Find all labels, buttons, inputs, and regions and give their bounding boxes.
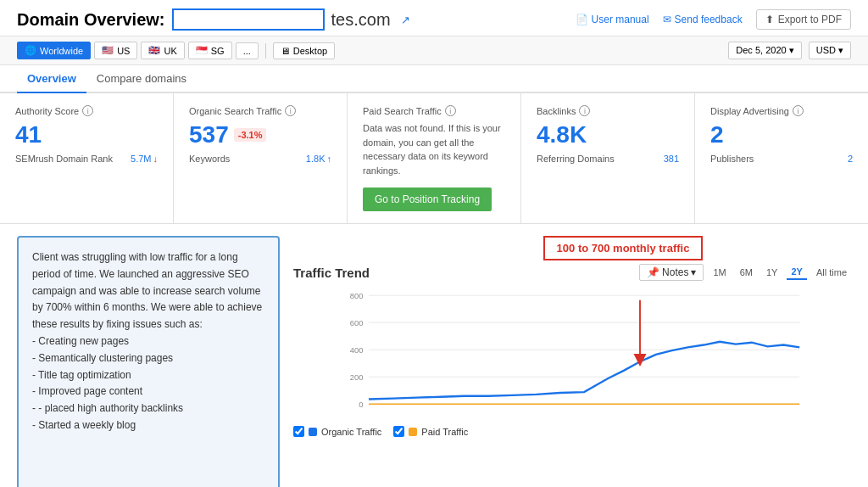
paid-info-icon[interactable]: i (445, 105, 456, 116)
date-currency-filters: Dec 5, 2020 ▾ USD ▾ (728, 42, 851, 59)
worldwide-filter[interactable]: 🌐 Worldwide (17, 42, 91, 59)
divider (265, 43, 266, 59)
chart-wrapper: 800 600 400 200 0 (293, 284, 851, 487)
tab-overview[interactable]: Overview (17, 65, 86, 93)
sg-flag-icon: 🇸🇬 (196, 45, 208, 56)
time-2y-btn[interactable]: 2Y (787, 265, 806, 280)
backlinks-card: Backlinks i 4.8K Referring Domains 381 (521, 93, 695, 223)
date-filter[interactable]: Dec 5, 2020 ▾ (728, 42, 801, 59)
svg-text:0: 0 (359, 400, 363, 409)
annotation-text: Client was struggling with low traffic f… (32, 249, 264, 434)
organic-sub-value: 1.8K ↑ (306, 154, 331, 164)
legend-paid: Paid Traffic (393, 426, 468, 437)
traffic-callout: 100 to 700 monthly traffic (543, 236, 704, 260)
chart-title: Traffic Trend (293, 266, 370, 280)
display-advertising-card: Display Advertising i 2 Publishers 2 (695, 93, 868, 223)
authority-score-label: Authority Score i (15, 105, 158, 116)
tab-compare-domains[interactable]: Compare domains (86, 65, 197, 93)
feedback-icon: ✉ (663, 14, 671, 25)
globe-icon: 🌐 (25, 45, 36, 56)
svg-text:800: 800 (350, 291, 364, 300)
organic-traffic-label: Organic Search Traffic i (189, 105, 331, 116)
display-sub: Publishers 2 (710, 154, 853, 164)
paid-traffic-text: Data was not found. If this is your doma… (363, 121, 505, 177)
uk-flag-icon: 🇬🇧 (148, 45, 160, 56)
domain-overview-label: Domain Overview: (17, 10, 165, 30)
main-content: Client was struggling with low traffic f… (0, 224, 868, 487)
currency-filter[interactable]: USD ▾ (809, 42, 851, 59)
organic-traffic-value: 537 -3.1% (189, 121, 331, 148)
svg-text:600: 600 (350, 318, 364, 327)
paid-traffic-card: Paid Search Traffic i Data was not found… (348, 93, 521, 223)
chart-area: 100 to 700 monthly traffic Traffic Trend… (293, 236, 851, 487)
authority-score-card: Authority Score i 41 SEMrush Domain Rank… (0, 93, 174, 223)
svg-text:200: 200 (350, 372, 364, 382)
traffic-trend-chart: 800 600 400 200 0 (293, 284, 851, 420)
display-advertising-value: 2 (710, 121, 853, 148)
paid-traffic-label: Paid Search Traffic i (363, 105, 505, 116)
external-link-icon[interactable]: ↗ (401, 14, 410, 26)
nav-tabs: Overview Compare domains (0, 65, 868, 93)
paid-legend-label: Paid Traffic (421, 427, 468, 437)
legend-organic: Organic Traffic (293, 426, 381, 437)
svg-text:400: 400 (350, 345, 364, 355)
authority-score-value: 41 (15, 121, 158, 148)
organic-info-icon[interactable]: i (285, 105, 296, 116)
export-pdf-button[interactable]: ⬆ Export to PDF (756, 9, 851, 30)
backlinks-info-icon[interactable]: i (579, 105, 590, 116)
header-left: Domain Overview: tes.com ↗ (17, 8, 410, 31)
organic-badge: -3.1% (234, 128, 267, 142)
time-1y-btn[interactable]: 1Y (762, 266, 782, 279)
authority-sub: SEMrush Domain Rank 5.7M ↓ (15, 154, 158, 164)
authority-sub-value: 5.7M ↓ (131, 154, 158, 164)
paid-legend-dot (409, 428, 417, 436)
organic-sub: Keywords 1.8K ↑ (189, 154, 331, 164)
organic-legend-dot (309, 428, 317, 436)
pin-icon: 📌 (647, 266, 659, 278)
device-filter[interactable]: 🖥 Desktop (273, 42, 335, 59)
export-icon: ⬆ (765, 14, 774, 25)
book-icon: 📄 (576, 14, 588, 25)
metrics-row: Authority Score i 41 SEMrush Domain Rank… (0, 93, 868, 224)
time-alltime-btn[interactable]: All time (812, 266, 851, 279)
chart-controls: 📌 Notes ▾ 1M 6M 1Y 2Y All time (639, 264, 851, 281)
go-to-position-tracking-button[interactable]: Go to Position Tracking (363, 188, 492, 211)
backlinks-sub-value: 381 (664, 154, 679, 164)
notes-button[interactable]: 📌 Notes ▾ (639, 264, 704, 281)
top-bar: Domain Overview: tes.com ↗ 📄 User manual… (0, 0, 868, 36)
backlinks-label: Backlinks i (537, 105, 679, 116)
sg-filter[interactable]: 🇸🇬 SG (188, 42, 232, 59)
uk-filter[interactable]: 🇬🇧 UK (141, 42, 184, 59)
display-info-icon[interactable]: i (793, 105, 804, 116)
more-geo-filter[interactable]: ... (236, 42, 259, 59)
time-6m-btn[interactable]: 6M (736, 266, 757, 279)
backlinks-value: 4.8K (537, 121, 679, 148)
display-advertising-label: Display Advertising i (710, 105, 853, 116)
chart-legend: Organic Traffic Paid Traffic (293, 426, 851, 437)
time-1m-btn[interactable]: 1M (709, 266, 730, 279)
user-manual-link[interactable]: 📄 User manual (576, 14, 649, 25)
send-feedback-link[interactable]: ✉ Send feedback (663, 14, 743, 25)
desktop-icon: 🖥 (281, 46, 290, 56)
domain-input[interactable] (172, 8, 325, 31)
geo-filters: 🌐 Worldwide 🇺🇸 US 🇬🇧 UK 🇸🇬 SG ... 🖥 Desk… (17, 42, 335, 59)
organic-legend-label: Organic Traffic (321, 427, 381, 437)
authority-info-icon[interactable]: i (82, 105, 93, 116)
domain-suffix: tes.com (331, 10, 391, 30)
display-sub-value: 2 (848, 154, 853, 164)
header-right: 📄 User manual ✉ Send feedback ⬆ Export t… (576, 9, 851, 30)
chart-header: Traffic Trend 📌 Notes ▾ 1M 6M 1Y 2Y All … (293, 264, 851, 281)
paid-legend-checkbox[interactable] (393, 426, 404, 437)
us-filter[interactable]: 🇺🇸 US (94, 42, 137, 59)
organic-legend-checkbox[interactable] (293, 426, 304, 437)
us-flag-icon: 🇺🇸 (102, 45, 114, 56)
backlinks-sub: Referring Domains 381 (537, 154, 679, 164)
filter-bar: 🌐 Worldwide 🇺🇸 US 🇬🇧 UK 🇸🇬 SG ... 🖥 Desk… (0, 36, 868, 65)
annotation-box: Client was struggling with low traffic f… (17, 236, 280, 487)
organic-traffic-card: Organic Search Traffic i 537 -3.1% Keywo… (174, 93, 348, 223)
